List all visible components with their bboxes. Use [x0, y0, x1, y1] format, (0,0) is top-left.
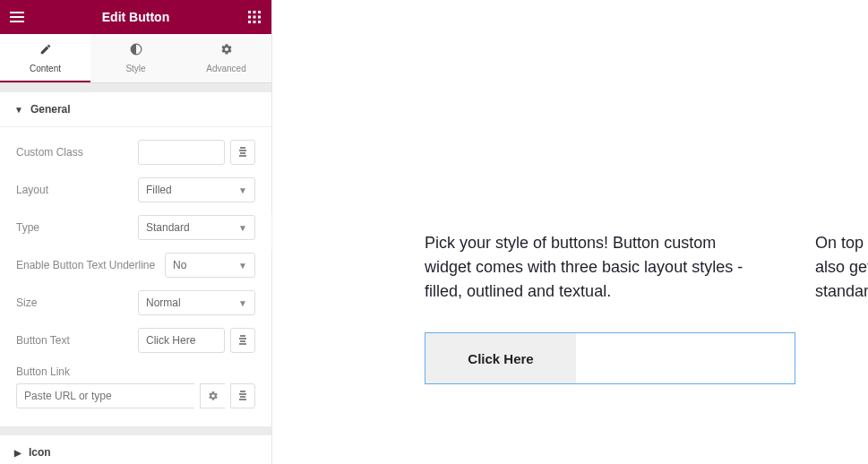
svg-rect-4 — [254, 16, 256, 19]
tab-label: Advanced — [206, 64, 245, 73]
svg-rect-8 — [258, 21, 261, 23]
preview-button[interactable]: Click Here — [425, 333, 576, 383]
dynamic-icon[interactable] — [230, 328, 255, 353]
select-value: Normal — [146, 296, 181, 309]
svg-rect-6 — [248, 21, 251, 23]
size-select[interactable]: Normal ▼ — [138, 290, 255, 315]
field-label: Button Text — [16, 334, 131, 347]
tab-style[interactable]: Style — [90, 34, 181, 82]
preview-widget-selected[interactable]: Click Here — [425, 332, 795, 384]
tab-content[interactable]: Content — [0, 34, 90, 82]
chevron-down-icon: ▼ — [238, 261, 247, 271]
svg-rect-5 — [258, 16, 261, 19]
custom-class-input-inner[interactable] — [146, 146, 217, 159]
panel-header: Edit Button — [0, 0, 271, 34]
widgets-grid-icon[interactable] — [246, 9, 262, 25]
select-value: Standard — [146, 221, 190, 234]
button-link-input[interactable] — [16, 383, 194, 408]
preview-canvas: Pick your style of buttons! Button custo… — [272, 0, 868, 464]
chevron-down-icon: ▼ — [238, 185, 247, 195]
underline-select[interactable]: No ▼ — [165, 253, 255, 278]
dynamic-icon[interactable] — [230, 383, 255, 408]
tab-label: Style — [125, 64, 145, 73]
divider — [0, 426, 271, 435]
field-label: Button Link — [16, 365, 255, 378]
section-body-general: Custom Class Layout Filled ▼ — [0, 127, 271, 426]
preview-paragraph-right: On top o also get standard — [815, 231, 868, 304]
field-type: Type Standard ▼ — [16, 215, 255, 240]
hamburger-icon[interactable] — [9, 9, 25, 25]
field-label: Custom Class — [16, 146, 131, 159]
preview-paragraph: Pick your style of buttons! Button custo… — [425, 231, 765, 304]
divider — [0, 83, 271, 92]
svg-rect-2 — [258, 11, 261, 13]
field-label: Size — [16, 296, 131, 309]
custom-class-input[interactable] — [138, 140, 225, 165]
section-header-icon[interactable]: ▶ Icon — [0, 435, 271, 464]
field-size: Size Normal ▼ — [16, 290, 255, 315]
svg-rect-3 — [248, 16, 251, 19]
chevron-down-icon: ▼ — [238, 223, 247, 233]
field-custom-class: Custom Class — [16, 140, 255, 165]
section-title: Icon — [29, 446, 51, 459]
panel-tabs: Content Style Advanced — [0, 34, 271, 83]
button-text-input-inner[interactable] — [146, 334, 217, 347]
caret-down-icon: ▼ — [14, 105, 23, 115]
field-button-link: Button Link — [16, 365, 255, 408]
tab-advanced[interactable]: Advanced — [181, 34, 271, 82]
section-title: General — [30, 103, 71, 116]
select-value: No — [173, 259, 186, 271]
preview-content: Pick your style of buttons! Button custo… — [425, 231, 868, 384]
field-label: Type — [16, 221, 131, 234]
dynamic-icon[interactable] — [230, 140, 255, 165]
field-label: Enable Button Text Underline — [16, 259, 158, 271]
button-text-input[interactable] — [138, 328, 225, 353]
section-header-general[interactable]: ▼ General — [0, 92, 271, 127]
svg-rect-0 — [248, 11, 251, 13]
select-value: Filled — [146, 184, 172, 196]
contrast-icon — [130, 43, 142, 58]
type-select[interactable]: Standard ▼ — [138, 215, 255, 240]
layout-select[interactable]: Filled ▼ — [138, 177, 255, 202]
pencil-icon — [39, 43, 52, 58]
link-options-button[interactable] — [200, 383, 225, 408]
panel-title: Edit Button — [25, 10, 246, 24]
chevron-down-icon: ▼ — [238, 298, 247, 308]
field-layout: Layout Filled ▼ — [16, 177, 255, 202]
caret-right-icon: ▶ — [14, 448, 21, 458]
editor-panel: Edit Button Content Style Advanced — [0, 0, 272, 464]
field-button-text: Button Text — [16, 328, 255, 353]
settings-accordion: ▼ General Custom Class Layout — [0, 92, 271, 464]
gear-icon — [220, 43, 233, 58]
svg-rect-7 — [254, 21, 256, 23]
field-underline: Enable Button Text Underline No ▼ — [16, 253, 255, 278]
svg-rect-1 — [254, 11, 256, 13]
tab-label: Content — [30, 64, 61, 73]
field-label: Layout — [16, 184, 131, 196]
